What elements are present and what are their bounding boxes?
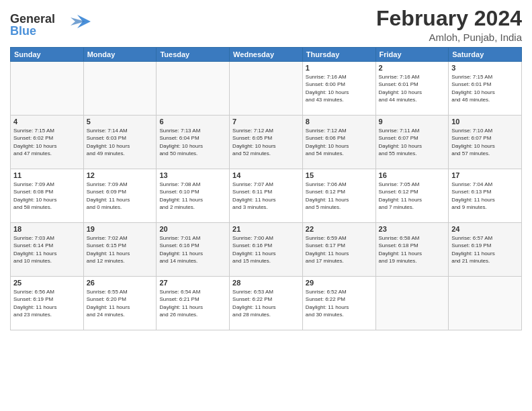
calendar-cell: 24Sunrise: 6:57 AM Sunset: 6:19 PM Dayli…	[449, 223, 522, 277]
calendar-cell: 20Sunrise: 7:01 AM Sunset: 6:16 PM Dayli…	[157, 223, 230, 277]
day-info: Sunrise: 6:52 AM Sunset: 6:22 PM Dayligh…	[306, 288, 373, 318]
calendar-cell: 11Sunrise: 7:09 AM Sunset: 6:08 PM Dayli…	[11, 169, 84, 223]
day-info: Sunrise: 7:03 AM Sunset: 6:14 PM Dayligh…	[13, 234, 81, 265]
day-info: Sunrise: 7:13 AM Sunset: 6:04 PM Dayligh…	[159, 127, 226, 157]
day-number: 17	[451, 171, 519, 179]
day-info: Sunrise: 6:58 AM Sunset: 6:18 PM Dayligh…	[379, 234, 446, 265]
calendar-cell: 14Sunrise: 7:07 AM Sunset: 6:11 PM Dayli…	[230, 169, 303, 223]
day-info: Sunrise: 6:53 AM Sunset: 6:22 PM Dayligh…	[232, 288, 300, 318]
day-info: Sunrise: 7:07 AM Sunset: 6:11 PM Dayligh…	[232, 181, 300, 211]
calendar-cell: 23Sunrise: 6:58 AM Sunset: 6:18 PM Dayli…	[375, 223, 449, 277]
day-info: Sunrise: 7:00 AM Sunset: 6:16 PM Dayligh…	[232, 234, 300, 265]
weekday-header-thursday: Thursday	[302, 48, 375, 62]
day-number: 26	[87, 279, 154, 287]
day-info: Sunrise: 6:56 AM Sunset: 6:19 PM Dayligh…	[13, 288, 81, 318]
calendar-cell: 27Sunrise: 6:54 AM Sunset: 6:21 PM Dayli…	[157, 277, 230, 330]
location: Amloh, Punjab, India	[376, 32, 522, 43]
day-number: 12	[87, 171, 154, 179]
calendar-cell: 21Sunrise: 7:00 AM Sunset: 6:16 PM Dayli…	[230, 223, 303, 277]
calendar-cell: 8Sunrise: 7:12 AM Sunset: 6:06 PM Daylig…	[302, 116, 375, 169]
weekday-header-friday: Friday	[375, 48, 449, 62]
day-number: 5	[87, 118, 154, 126]
day-number: 7	[232, 118, 300, 126]
day-number: 23	[379, 225, 446, 233]
calendar-cell: 7Sunrise: 7:12 AM Sunset: 6:05 PM Daylig…	[230, 116, 303, 169]
calendar-cell	[449, 277, 522, 330]
day-info: Sunrise: 7:01 AM Sunset: 6:16 PM Dayligh…	[159, 234, 226, 265]
calendar-cell: 5Sunrise: 7:14 AM Sunset: 6:03 PM Daylig…	[83, 116, 157, 169]
calendar-cell: 17Sunrise: 7:04 AM Sunset: 6:13 PM Dayli…	[449, 169, 522, 223]
day-number: 27	[159, 279, 226, 287]
day-number: 18	[13, 225, 81, 233]
calendar-cell: 2Sunrise: 7:16 AM Sunset: 6:01 PM Daylig…	[375, 62, 449, 116]
calendar-cell: 4Sunrise: 7:15 AM Sunset: 6:02 PM Daylig…	[11, 116, 84, 169]
day-number: 9	[379, 118, 446, 126]
week-row-2: 4Sunrise: 7:15 AM Sunset: 6:02 PM Daylig…	[11, 116, 522, 169]
day-number: 16	[379, 171, 446, 179]
week-row-3: 11Sunrise: 7:09 AM Sunset: 6:08 PM Dayli…	[11, 169, 522, 223]
day-info: Sunrise: 6:55 AM Sunset: 6:20 PM Dayligh…	[87, 288, 154, 318]
day-number: 6	[159, 118, 226, 126]
day-info: Sunrise: 7:11 AM Sunset: 6:07 PM Dayligh…	[379, 127, 446, 157]
day-number: 15	[306, 171, 373, 179]
week-row-4: 18Sunrise: 7:03 AM Sunset: 6:14 PM Dayli…	[11, 223, 522, 277]
svg-text:General: General	[10, 12, 55, 26]
day-info: Sunrise: 7:16 AM Sunset: 6:00 PM Dayligh…	[306, 73, 373, 103]
day-number: 11	[13, 171, 81, 179]
calendar-cell	[83, 62, 157, 116]
calendar-cell: 10Sunrise: 7:10 AM Sunset: 6:07 PM Dayli…	[449, 116, 522, 169]
calendar-cell: 1Sunrise: 7:16 AM Sunset: 6:00 PM Daylig…	[302, 62, 375, 116]
day-number: 29	[306, 279, 373, 287]
weekday-header-monday: Monday	[83, 48, 157, 62]
day-number: 10	[451, 118, 519, 126]
day-info: Sunrise: 7:06 AM Sunset: 6:12 PM Dayligh…	[306, 181, 373, 211]
calendar-cell: 3Sunrise: 7:15 AM Sunset: 6:01 PM Daylig…	[449, 62, 522, 116]
day-info: Sunrise: 7:08 AM Sunset: 6:10 PM Dayligh…	[159, 181, 226, 211]
day-info: Sunrise: 7:05 AM Sunset: 6:12 PM Dayligh…	[379, 181, 446, 211]
calendar-cell: 18Sunrise: 7:03 AM Sunset: 6:14 PM Dayli…	[11, 223, 84, 277]
month-title: February 2024	[376, 7, 522, 30]
weekday-header-tuesday: Tuesday	[157, 48, 230, 62]
calendar-cell	[11, 62, 84, 116]
weekday-header-row: SundayMondayTuesdayWednesdayThursdayFrid…	[11, 48, 522, 62]
day-number: 20	[159, 225, 226, 233]
calendar-cell: 28Sunrise: 6:53 AM Sunset: 6:22 PM Dayli…	[230, 277, 303, 330]
weekday-header-saturday: Saturday	[449, 48, 522, 62]
day-number: 14	[232, 171, 300, 179]
day-number: 25	[13, 279, 81, 287]
day-info: Sunrise: 7:12 AM Sunset: 6:05 PM Dayligh…	[232, 127, 300, 157]
logo: General Blue	[10, 9, 91, 42]
calendar-cell: 16Sunrise: 7:05 AM Sunset: 6:12 PM Dayli…	[375, 169, 449, 223]
calendar-cell: 9Sunrise: 7:11 AM Sunset: 6:07 PM Daylig…	[375, 116, 449, 169]
day-number: 22	[306, 225, 373, 233]
calendar-cell	[375, 277, 449, 330]
day-info: Sunrise: 6:54 AM Sunset: 6:21 PM Dayligh…	[159, 288, 226, 318]
day-number: 13	[159, 171, 226, 179]
day-number: 8	[306, 118, 373, 126]
day-info: Sunrise: 7:09 AM Sunset: 6:08 PM Dayligh…	[13, 181, 81, 211]
calendar-body: 1Sunrise: 7:16 AM Sunset: 6:00 PM Daylig…	[11, 62, 522, 330]
calendar-cell	[157, 62, 230, 116]
day-info: Sunrise: 7:12 AM Sunset: 6:06 PM Dayligh…	[306, 127, 373, 157]
day-number: 2	[379, 64, 446, 72]
day-number: 28	[232, 279, 300, 287]
day-info: Sunrise: 7:14 AM Sunset: 6:03 PM Dayligh…	[87, 127, 154, 157]
week-row-1: 1Sunrise: 7:16 AM Sunset: 6:00 PM Daylig…	[11, 62, 522, 116]
day-number: 21	[232, 225, 300, 233]
weekday-header-wednesday: Wednesday	[230, 48, 303, 62]
header: General Blue February 2024 Amloh, Punjab…	[10, 7, 522, 43]
calendar-cell	[230, 62, 303, 116]
day-info: Sunrise: 6:57 AM Sunset: 6:19 PM Dayligh…	[451, 234, 519, 265]
calendar-cell: 22Sunrise: 6:59 AM Sunset: 6:17 PM Dayli…	[302, 223, 375, 277]
weekday-header-sunday: Sunday	[11, 48, 84, 62]
day-info: Sunrise: 7:02 AM Sunset: 6:15 PM Dayligh…	[87, 234, 154, 265]
day-info: Sunrise: 7:15 AM Sunset: 6:02 PM Dayligh…	[13, 127, 81, 157]
week-row-5: 25Sunrise: 6:56 AM Sunset: 6:19 PM Dayli…	[11, 277, 522, 330]
calendar-cell: 12Sunrise: 7:09 AM Sunset: 6:09 PM Dayli…	[83, 169, 157, 223]
calendar-cell: 15Sunrise: 7:06 AM Sunset: 6:12 PM Dayli…	[302, 169, 375, 223]
day-info: Sunrise: 7:09 AM Sunset: 6:09 PM Dayligh…	[87, 181, 154, 211]
calendar-table: SundayMondayTuesdayWednesdayThursdayFrid…	[10, 47, 522, 330]
title-block: February 2024 Amloh, Punjab, India	[376, 7, 522, 43]
day-info: Sunrise: 7:16 AM Sunset: 6:01 PM Dayligh…	[379, 73, 446, 103]
day-number: 4	[13, 118, 81, 126]
